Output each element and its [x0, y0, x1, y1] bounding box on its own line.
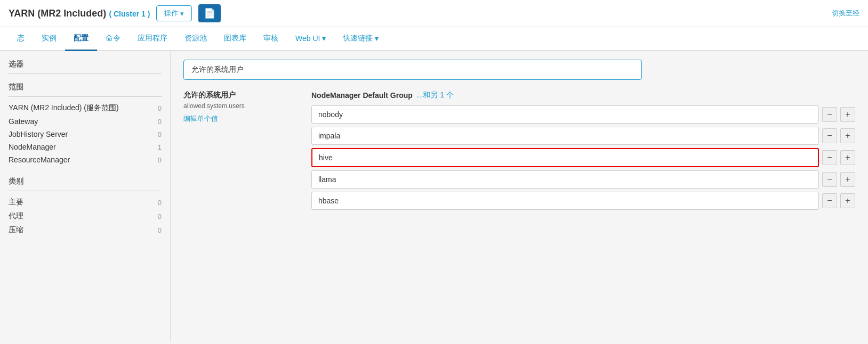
minus-btn-llama[interactable]: − — [822, 172, 837, 187]
nav-tabs: 态 实例 配置 命令 应用程序 资源池 图表库 审核 Web UI ▾ 快速链接… — [0, 27, 868, 51]
value-row-0: − + — [311, 105, 855, 124]
ops-arrow-icon: ▾ — [180, 10, 184, 18]
scope-item-resourcemanager-label: ResourceManager — [9, 155, 70, 164]
config-right: NodeManager Default Group ...和另 1 个 − + … — [311, 91, 855, 213]
config-prop-key: allowed.system.users — [183, 102, 290, 110]
value-input-nobody[interactable] — [311, 105, 819, 124]
group-name: NodeManager Default Group — [311, 91, 413, 100]
plus-btn-nobody[interactable]: + — [840, 107, 855, 122]
tab-audit[interactable]: 审核 — [255, 27, 287, 51]
content-area: 允许的系统用户 allowed.system.users 编辑单个值 NodeM… — [171, 51, 868, 342]
tab-charts[interactable]: 图表库 — [215, 27, 255, 51]
category-item-proxy-count: 0 — [158, 212, 162, 220]
value-row-4: − + — [311, 192, 855, 210]
category-item-proxy[interactable]: 代理 0 — [9, 209, 162, 223]
category-title: 类别 — [9, 177, 162, 186]
config-block: 允许的系统用户 allowed.system.users 编辑单个值 NodeM… — [183, 91, 855, 213]
minus-btn-impala[interactable]: − — [822, 128, 837, 143]
value-input-impala[interactable] — [311, 127, 819, 145]
scope-item-service[interactable]: YARN (MR2 Included) (服务范围) 0 — [9, 101, 162, 115]
ops-button-label: 操作 — [164, 9, 178, 18]
header-bar: YARN (MR2 Included) ( Cluster 1 ) 操作 ▾ 📄… — [0, 0, 868, 27]
value-input-llama[interactable] — [311, 170, 819, 189]
scope-item-nodemanager-label: NodeManager — [9, 143, 56, 151]
scope-item-nodemanager[interactable]: NodeManager 1 — [9, 141, 162, 153]
quicklinks-dropdown-icon: ▾ — [375, 34, 379, 43]
scope-item-gateway-count: 0 — [158, 118, 162, 126]
plus-btn-hbase[interactable]: + — [840, 193, 855, 208]
header-cluster: ( Cluster 1 ) — [109, 10, 150, 18]
minus-btn-hbase[interactable]: − — [822, 193, 837, 208]
switch-link[interactable]: 切换至经 — [832, 9, 859, 18]
plus-btn-hive[interactable]: + — [840, 150, 855, 165]
webui-dropdown-icon: ▾ — [322, 34, 326, 43]
file-icon: 📄 — [204, 8, 215, 19]
scope-divider — [9, 96, 162, 97]
search-input[interactable] — [183, 60, 642, 80]
category-item-compress-count: 0 — [158, 226, 162, 234]
scope-item-jobhistory[interactable]: JobHistory Server 0 — [9, 128, 162, 141]
value-row-2: − + — [311, 148, 855, 167]
category-item-proxy-label: 代理 — [9, 211, 23, 221]
tab-state[interactable]: 态 — [9, 27, 33, 51]
scope-title: 范围 — [9, 83, 162, 92]
header-title-text: YARN (MR2 Included) — [9, 8, 106, 19]
scope-item-nodemanager-count: 1 — [158, 143, 162, 151]
tab-commands[interactable]: 命令 — [97, 27, 129, 51]
plus-btn-impala[interactable]: + — [840, 128, 855, 143]
file-icon-button[interactable]: 📄 — [198, 4, 221, 22]
config-prop-name: 允许的系统用户 — [183, 91, 290, 100]
category-item-main-label: 主要 — [9, 198, 23, 207]
tab-webui[interactable]: Web UI ▾ — [287, 28, 334, 51]
value-input-hive[interactable] — [311, 148, 819, 167]
tab-quicklinks-label: 快速链接 — [343, 34, 373, 43]
scope-item-jobhistory-count: 0 — [158, 130, 162, 138]
tab-config[interactable]: 配置 — [65, 27, 97, 51]
config-right-header: NodeManager Default Group ...和另 1 个 — [311, 91, 855, 100]
scope-item-jobhistory-label: JobHistory Server — [9, 130, 68, 138]
ops-button[interactable]: 操作 ▾ — [156, 5, 192, 21]
tab-resource-pool[interactable]: 资源池 — [176, 27, 215, 51]
scope-item-resourcemanager-count: 0 — [158, 156, 162, 164]
config-left: 允许的系统用户 allowed.system.users 编辑单个值 — [183, 91, 290, 124]
tab-webui-label: Web UI — [295, 34, 320, 43]
minus-btn-nobody[interactable]: − — [822, 107, 837, 122]
tab-quicklinks[interactable]: 快速链接 ▾ — [334, 27, 387, 51]
category-divider — [9, 191, 162, 191]
scope-item-service-label: YARN (MR2 Included) (服务范围) — [9, 103, 119, 113]
scope-item-gateway-label: Gateway — [9, 117, 38, 126]
value-input-hbase[interactable] — [311, 192, 819, 210]
sidebar: 选器 范围 YARN (MR2 Included) (服务范围) 0 Gatew… — [0, 51, 171, 342]
header-title: YARN (MR2 Included) ( Cluster 1 ) — [9, 8, 150, 19]
selector-divider — [9, 73, 162, 74]
search-box-wrapper — [183, 60, 855, 80]
category-item-compress[interactable]: 压缩 0 — [9, 223, 162, 237]
value-row-1: − + — [311, 127, 855, 145]
category-item-main[interactable]: 主要 0 — [9, 195, 162, 209]
config-edit-link[interactable]: 编辑单个值 — [183, 114, 218, 122]
category-item-compress-label: 压缩 — [9, 225, 23, 235]
plus-btn-llama[interactable]: + — [840, 172, 855, 187]
tab-apps[interactable]: 应用程序 — [129, 27, 176, 51]
value-row-3: − + — [311, 170, 855, 189]
scope-item-resourcemanager[interactable]: ResourceManager 0 — [9, 153, 162, 166]
minus-btn-hive[interactable]: − — [822, 150, 837, 165]
scope-item-service-count: 0 — [158, 104, 162, 112]
selector-title: 选器 — [9, 60, 162, 69]
tab-instances[interactable]: 实例 — [33, 27, 65, 51]
category-item-main-count: 0 — [158, 199, 162, 207]
scope-item-gateway[interactable]: Gateway 0 — [9, 115, 162, 128]
more-link[interactable]: ...和另 1 个 — [417, 91, 454, 100]
main-layout: 选器 范围 YARN (MR2 Included) (服务范围) 0 Gatew… — [0, 51, 868, 342]
